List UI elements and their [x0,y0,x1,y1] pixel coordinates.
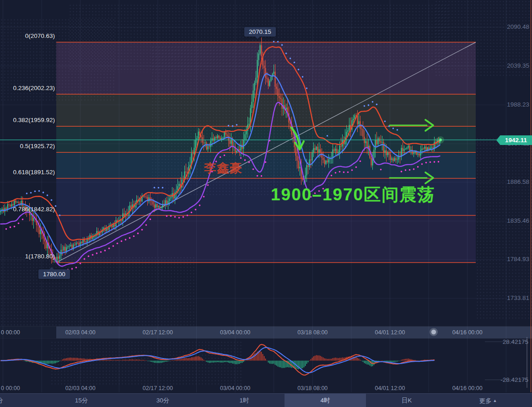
candle-body [58,257,59,258]
candle-body [258,54,259,60]
macd-histogram-bar [131,359,132,360]
timeframe-tab-1时[interactable]: 1时 [217,394,272,407]
macd-histogram-bar [76,358,77,360]
macd-histogram-bar [261,352,262,360]
candle-body [365,141,366,143]
sar-dot [133,236,135,237]
candle-body [77,243,78,243]
sar-dot [434,161,435,163]
timeframe-tab-分[interactable]: 分 [0,394,27,407]
macd-histogram-bar [173,360,174,361]
macd-histogram-bar [165,361,166,362]
macd-histogram-bar [146,360,147,361]
macd-histogram-bar [393,361,394,363]
macd-histogram-bar [113,360,114,360]
candle-body [305,175,306,178]
macd-histogram-bar [198,356,199,361]
macd-histogram-bar [274,361,274,364]
sar-dot [104,250,106,252]
timeframe-tab-日K[interactable]: 日K [379,394,434,407]
macd-histogram-bar [330,359,331,361]
macd-histogram-bar [176,359,177,360]
candle-body [217,136,218,139]
candle-body [426,147,427,150]
candle-body [359,121,360,124]
candle-body [28,208,29,211]
candle-body [194,148,195,154]
macd-histogram-bar [278,361,279,367]
candle-body [154,204,155,208]
macd-histogram-bar [389,361,390,362]
macd-histogram-bar [416,360,417,361]
macd-histogram-bar [398,361,399,361]
macd-histogram-bar [280,361,281,368]
timeframe-tab-label: 分 [0,397,3,404]
macd-histogram-bar [204,360,204,361]
macd-histogram-bar [136,359,137,361]
timeframe-tab-label: 更多 [479,397,492,404]
candle-body [236,151,237,152]
scrollbar-handle-dot[interactable] [431,330,436,334]
macd-histogram-bar [128,360,129,361]
macd-histogram-bar [238,361,239,364]
macd-histogram-bar [62,359,63,361]
candle-body [65,247,66,252]
macd-histogram-bar [356,357,357,360]
macd-histogram-bar [260,350,261,360]
macd-histogram-bar [319,355,320,360]
timeframe-tab-4时[interactable]: 4时 [298,394,353,407]
macd-histogram-bar [206,361,207,362]
candle-body [9,204,10,205]
macd-histogram-bar [220,361,221,363]
macd-histogram-bar [302,361,303,369]
sar-dot [228,125,230,127]
sar-dot [364,105,365,107]
macd-histogram-bar [224,361,225,362]
sar-dot [298,69,300,70]
sar-dot [170,215,172,217]
macd-histogram-bar [125,360,126,361]
sar-dot [30,192,32,194]
candle-body [14,201,15,206]
macd-histogram-bar [390,361,391,362]
sar-dot [129,237,131,239]
candle-body [175,192,176,198]
macd-histogram-bar [305,361,306,366]
macd-histogram-bar [265,359,266,360]
sar-dot [203,196,205,198]
timeframe-toolbar: 分15分30分1时4时日K更多▲ [0,393,532,407]
candle-body [282,99,283,109]
sar-dot [10,226,11,228]
macd-histogram-bar [44,361,45,364]
timeframe-tab-30分[interactable]: 30分 [135,394,190,407]
candle-body [17,202,18,203]
macd-histogram-bar [83,359,84,361]
candle-body [324,160,325,164]
candle-body [367,141,368,148]
sar-dot [88,255,90,257]
candle-body [317,147,318,152]
candle-body [223,138,224,138]
macd-histogram-bar [392,361,392,362]
candle-body [335,149,336,150]
macd-histogram-bar [81,359,82,361]
sar-dot [47,194,48,196]
timeframe-tab-15分[interactable]: 15分 [54,394,109,407]
macd-histogram-bar [75,358,75,360]
macd-histogram-bar [171,360,172,361]
macd-histogram-bar [84,359,85,360]
candle-body [33,218,34,221]
macd-histogram-bar [212,361,213,363]
timeframe-tab-更多[interactable]: 更多▲ [461,394,516,407]
candle-body [158,206,159,207]
macd-histogram-bar [397,361,398,362]
candle-body [392,158,392,160]
sar-dot [339,171,341,173]
macd-histogram-bar [415,360,416,360]
sar-dot [290,58,291,59]
sar-dot [5,228,7,230]
trading-chart-app: 0(2070.63)0.236(2002.23)0.382(1959.92)0.… [0,0,532,407]
sar-dot [59,214,61,216]
macd-histogram-bar [311,359,312,360]
candle-body [249,124,250,125]
